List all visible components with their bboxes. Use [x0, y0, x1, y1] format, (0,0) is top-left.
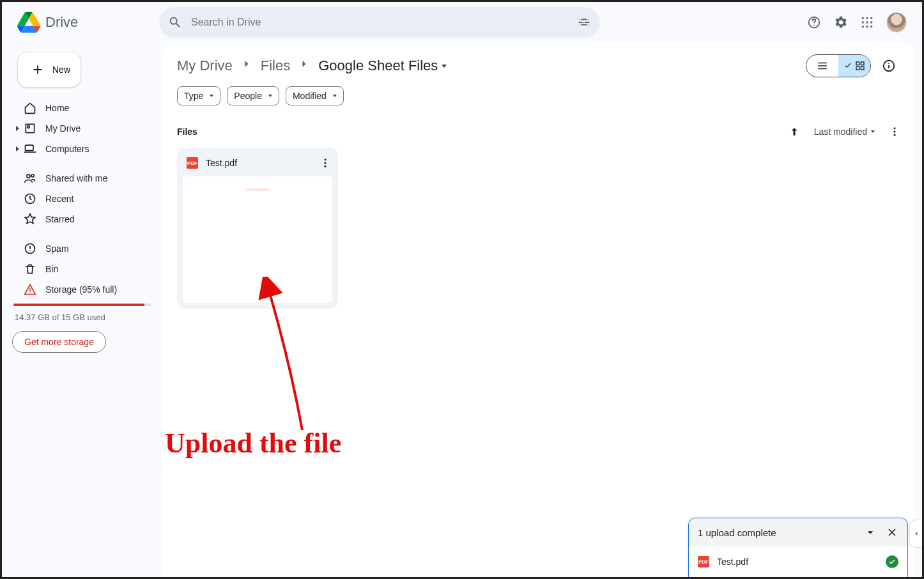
avatar[interactable]	[886, 12, 907, 33]
sidebar-item-starred[interactable]: Starred	[12, 209, 153, 229]
main: My Drive Files Google Sheet Files	[163, 43, 914, 577]
sidebar-item-spam[interactable]: Spam	[12, 238, 153, 259]
sidebar-item-computers[interactable]: Computers	[12, 139, 153, 159]
sort-label: Last modified	[814, 127, 867, 137]
chevron-right-icon	[298, 58, 311, 74]
svg-point-1	[813, 25, 815, 26]
drive-icon	[24, 122, 36, 135]
sidebar-item-label: Computers	[45, 144, 89, 154]
topbar: Drive	[2, 2, 922, 43]
svg-point-18	[29, 251, 31, 252]
toast-item[interactable]: PDF Test.pdf	[689, 546, 907, 577]
section-header: Files Last modified	[163, 108, 914, 139]
storage-used-text: 14.37 GB of 15 GB used	[12, 313, 153, 322]
grid-view-button[interactable]	[838, 55, 870, 77]
side-panel-toggle[interactable]	[909, 520, 922, 548]
toast-item-name: Test.pdf	[717, 557, 748, 567]
upload-toast: 1 upload complete PDF Test.pdf	[688, 518, 908, 577]
sidebar-item-mydrive[interactable]: My Drive	[12, 118, 153, 139]
sidebar-item-label: Recent	[45, 194, 73, 204]
sidebar-item-label: Bin	[45, 264, 58, 274]
brand[interactable]: Drive	[12, 11, 159, 34]
file-card[interactable]: PDF Test.pdf	[177, 148, 338, 309]
check-icon	[886, 555, 898, 568]
svg-point-30	[325, 162, 327, 164]
svg-point-2	[862, 17, 864, 19]
search-options-icon[interactable]	[577, 15, 591, 29]
new-button[interactable]: New	[17, 52, 81, 88]
search-icon	[168, 15, 182, 29]
new-button-label: New	[52, 65, 70, 75]
chip-type[interactable]: Type	[177, 86, 220, 105]
pdf-icon: PDF	[698, 556, 709, 567]
sidebar-item-label: Shared with me	[45, 173, 107, 183]
caret-down-icon	[210, 95, 213, 97]
apps-icon[interactable]	[861, 16, 874, 29]
svg-point-8	[862, 26, 864, 27]
clock-icon	[24, 192, 36, 205]
svg-rect-23	[861, 66, 864, 70]
drive-logo-icon	[17, 11, 40, 34]
breadcrumbs-row: My Drive Files Google Sheet Files	[163, 43, 914, 80]
computers-icon	[24, 143, 36, 155]
brand-name: Drive	[45, 14, 78, 31]
sidebar-item-label: Starred	[45, 214, 75, 224]
list-view-button[interactable]	[806, 55, 838, 77]
svg-rect-13	[26, 145, 34, 150]
plus-icon	[31, 63, 45, 77]
annotation-text: Upload the file	[165, 427, 341, 459]
svg-point-15	[31, 174, 34, 177]
svg-point-9	[866, 26, 868, 27]
view-controls	[806, 54, 900, 77]
svg-point-12	[27, 126, 30, 128]
collapse-icon[interactable]	[864, 526, 877, 539]
svg-point-27	[894, 131, 896, 133]
sidebar-item-label: Home	[45, 103, 69, 113]
sidebar-item-home[interactable]: Home	[12, 98, 153, 118]
sidebar-item-recent[interactable]: Recent	[12, 189, 153, 209]
svg-point-7	[870, 21, 872, 23]
svg-point-10	[870, 26, 872, 27]
sort-button[interactable]: Last modified	[814, 127, 875, 137]
star-icon	[24, 213, 36, 226]
sidebar-item-shared[interactable]: Shared with me	[12, 168, 153, 189]
close-icon[interactable]	[886, 526, 898, 539]
help-icon[interactable]	[807, 15, 821, 29]
search-input[interactable]	[191, 17, 568, 28]
caret-down-icon	[333, 95, 337, 97]
svg-point-28	[894, 134, 896, 136]
svg-point-5	[862, 21, 864, 23]
svg-point-6	[866, 21, 868, 23]
breadcrumbs: My Drive Files Google Sheet Files	[177, 58, 447, 74]
file-preview	[183, 176, 332, 303]
filter-row: Type People Modified	[163, 80, 914, 108]
chip-people[interactable]: People	[227, 86, 279, 105]
chip-label: Modified	[293, 91, 327, 101]
get-storage-button[interactable]: Get more storage	[12, 331, 106, 353]
chip-label: People	[234, 91, 262, 101]
more-options-icon[interactable]	[889, 126, 900, 137]
svg-point-31	[325, 166, 327, 167]
info-button[interactable]	[877, 54, 900, 77]
storage-bar	[13, 304, 151, 306]
sidebar-item-bin[interactable]: Bin	[12, 259, 153, 279]
chevron-right-icon	[240, 58, 253, 74]
svg-rect-20	[856, 62, 859, 65]
sort-direction-icon[interactable]	[789, 126, 800, 137]
topbar-right	[807, 12, 912, 33]
caret-down-icon	[871, 130, 875, 133]
breadcrumb-seg-0[interactable]: My Drive	[177, 58, 233, 74]
view-toggle[interactable]	[806, 54, 871, 77]
breadcrumb-seg-current[interactable]: Google Sheet Files	[318, 58, 447, 74]
svg-point-29	[325, 158, 327, 160]
svg-point-25	[888, 63, 889, 64]
shared-icon	[24, 172, 36, 185]
gear-icon[interactable]	[834, 15, 848, 29]
search-box[interactable]	[159, 7, 600, 38]
chip-modified[interactable]: Modified	[286, 86, 344, 105]
caret-down-icon	[442, 65, 447, 68]
file-more-icon[interactable]	[320, 157, 331, 169]
breadcrumb-seg-1[interactable]: Files	[261, 58, 290, 74]
file-grid: PDF Test.pdf	[163, 139, 914, 318]
sidebar-item-storage[interactable]: Storage (95% full)	[12, 279, 153, 300]
